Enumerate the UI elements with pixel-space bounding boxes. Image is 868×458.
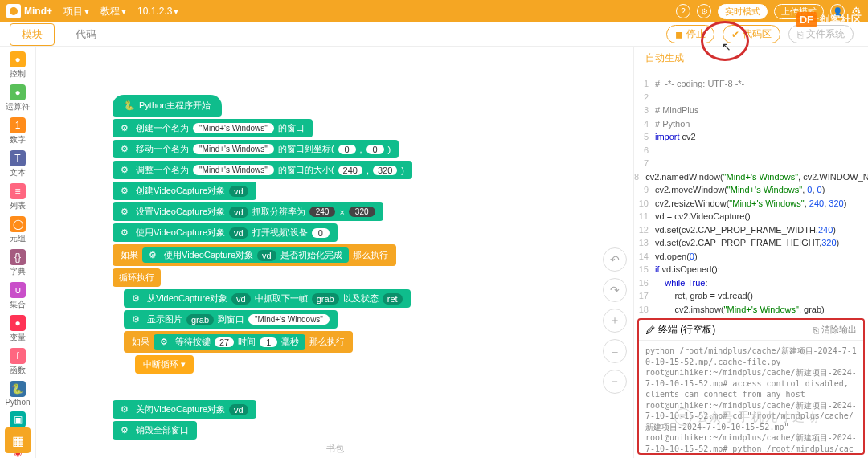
backpack-label[interactable]: 书包: [326, 443, 344, 455]
corner-brand-text: 创客社区: [820, 13, 862, 27]
palette-列表[interactable]: ≡列表: [10, 182, 26, 213]
palette-文本[interactable]: T文本: [10, 149, 26, 180]
blk-create-window[interactable]: 创建一个名为"Mind+'s Windows"的窗口: [113, 119, 313, 137]
logo: Mind+: [6, 4, 52, 18]
blk-break[interactable]: 中断循环 ▾: [135, 355, 194, 374]
palette-Python[interactable]: 🐍Python: [5, 379, 30, 408]
code-line: 14vd.open(0): [634, 250, 868, 264]
terminal-panel: 🖉 终端 (行空板) ⎘ 清除输出 python /root/mindplus/…: [637, 318, 865, 455]
zoom-out-button[interactable]: －: [603, 370, 627, 394]
cursor-icon: ↖: [722, 40, 731, 53]
undo-button[interactable]: ↶: [603, 247, 627, 272]
toolbar: 模块 代码 ◼ 停止 ✔ 代码区 ⎘ 文件系统 ↖: [0, 22, 868, 47]
zoom-in-button[interactable]: ＋: [603, 309, 627, 333]
block-stack[interactable]: 🐍 Python主程序开始 创建一个名为"Mind+'s Windows"的窗口…: [113, 95, 412, 442]
code-line: 5import cv2: [634, 130, 868, 144]
blk-close-capture[interactable]: 关闭VideoCapture对象vd: [113, 400, 256, 419]
block-palette: ●控制●运算符1数字T文本≡列表◯元组{}字典∪集合●变量f函数🐍Python▣…: [0, 47, 36, 458]
blk-move-window[interactable]: 移动一个名为"Mind+'s Windows"的窗口到坐标(0,0): [113, 140, 399, 158]
palette-数字[interactable]: 1数字: [10, 116, 26, 147]
tab-code[interactable]: 代码: [64, 24, 108, 45]
blk-read-frame[interactable]: 从VideoCapture对象vd中抓取下一帧grab以及状态ret: [124, 289, 411, 308]
code-line: 13vd.set(cv2.CAP_PROP_FRAME_HEIGHT,320): [634, 236, 868, 250]
terminal-header: 🖉 终端 (行空板) ⎘ 清除输出: [639, 320, 863, 341]
zoom-reset-button[interactable]: ＝: [603, 339, 627, 363]
blk-destroy-windows[interactable]: 销毁全部窗口: [113, 421, 197, 440]
code-line: 4# Python: [634, 117, 868, 131]
terminal-icon: 🖉: [645, 325, 655, 336]
stop-button[interactable]: ◼ 停止: [666, 25, 714, 43]
palette-元组[interactable]: ◯元组: [10, 215, 26, 246]
watermark-text: 手机九寸之物: [738, 410, 820, 425]
redo-button[interactable]: ↷: [603, 278, 627, 302]
help-icon[interactable]: ?: [676, 4, 690, 18]
top-bar: Mind+ 项目▾ 教程▾ 10.1.2.3▾ ? ⚙ 实时模式 上传模式 👤 …: [0, 0, 868, 22]
clear-output-button[interactable]: ⎘ 清除输出: [813, 324, 857, 336]
block-canvas[interactable]: 🐍 Python主程序开始 创建一个名为"Mind+'s Windows"的窗口…: [36, 47, 633, 458]
blk-show-image[interactable]: 显示图片grab到窗口"Mind+'s Windows": [124, 310, 338, 329]
palette-集合[interactable]: ∪集合: [10, 280, 26, 312]
code-line: 8cv2.namedWindow("Mind+'s Windows", cv2.…: [634, 170, 868, 184]
menu-tutorial[interactable]: 教程: [100, 5, 120, 18]
code-line: 7: [634, 157, 868, 170]
code-tabs: 自动生成: [634, 47, 868, 72]
brand-text: Mind+: [24, 6, 52, 17]
blk-open-device[interactable]: 使用VideoCapture对象vd打开视频\设备0: [113, 223, 338, 242]
palette-控制[interactable]: ●控制: [10, 50, 26, 81]
code-line: 1# -*- coding: UTF-8 -*-: [634, 77, 868, 91]
settings-icon[interactable]: ⚙: [697, 4, 711, 18]
palette-运算符[interactable]: ●运算符: [6, 83, 30, 114]
hat-block[interactable]: 🐍 Python主程序开始: [113, 95, 222, 117]
code-line: 6: [634, 144, 868, 157]
code-line: 2: [634, 91, 868, 104]
logo-icon: [6, 4, 21, 18]
canvas-tools: ↶ ↷ ＋ ＝ －: [603, 247, 627, 394]
code-line: 12vd.set(cv2.CAP_PROP_FRAME_WIDTH,240): [634, 223, 868, 237]
blk-if-key[interactable]: 如果 等待按键27时间1毫秒 那么执行: [124, 331, 353, 353]
main: ●控制●运算符1数字T文本≡列表◯元组{}字典∪集合●变量f函数🐍Python▣…: [0, 47, 868, 458]
mode-realtime[interactable]: 实时模式: [718, 4, 768, 19]
codearea-label: 代码区: [743, 27, 772, 41]
code-viewer[interactable]: 1# -*- coding: UTF-8 -*-23# MindPlus4# P…: [634, 72, 868, 315]
tab-blocks[interactable]: 模块: [10, 23, 55, 46]
palette-变量[interactable]: ●变量: [10, 313, 26, 345]
code-line: 11vd = cv2.VideoCapture(): [634, 210, 868, 223]
blk-loop-label[interactable]: 循环执行: [113, 268, 161, 287]
stop-label: 停止: [686, 27, 706, 41]
code-line: 17 ret, grab = vd.read(): [634, 289, 868, 303]
blk-set-resolution[interactable]: 设置VideoCapture对象vd抓取分辨率为240×320: [113, 202, 383, 221]
watermark: ✉ 公众号 手机九寸之物: [674, 408, 820, 426]
extensions-button[interactable]: ▦: [5, 427, 31, 453]
df-badge: DF: [796, 12, 817, 27]
filesystem-button[interactable]: ⎘ 文件系统: [788, 25, 854, 43]
ip-address[interactable]: 10.1.2.3: [137, 6, 172, 17]
watermark-prefix: 公众号: [697, 410, 733, 425]
code-line: 3# MindPlus: [634, 104, 868, 117]
terminal-output[interactable]: python /root/mindplus/cache/新建项目-2024-7-…: [639, 341, 863, 453]
blk-if[interactable]: 如果 使用VideoCapture对象vd是否初始化完成 那么执行: [113, 244, 396, 266]
blk-create-capture[interactable]: 创建VideoCapture对象vd: [113, 182, 256, 200]
code-line: 16 while True:: [634, 276, 868, 290]
right-pane: 自动生成 1# -*- coding: UTF-8 -*-23# MindPlu…: [633, 47, 868, 458]
palette-函数[interactable]: f函数: [10, 346, 26, 378]
palette-字典[interactable]: {}字典: [10, 247, 26, 279]
code-line: 15if vd.isOpened():: [634, 263, 868, 276]
filesystem-label: 文件系统: [806, 27, 845, 41]
blk-resize-window[interactable]: 调整一个名为"Mind+'s Windows"的窗口的大小(240,320): [113, 161, 412, 179]
menu-project[interactable]: 项目: [63, 5, 83, 18]
code-line: 18 cv2.imshow("Mind+'s Windows", grab): [634, 303, 868, 316]
code-line: 10cv2.resizeWindow("Mind+'s Windows", 24…: [634, 197, 868, 211]
corner-brand: DF 创客社区: [796, 12, 862, 27]
terminal-title: 终端 (行空板): [658, 323, 715, 337]
code-line: 9cv2.moveWindow("Mind+'s Windows", 0, 0): [634, 183, 868, 197]
wechat-icon: ✉: [674, 408, 692, 426]
tab-autogen[interactable]: 自动生成: [634, 47, 695, 72]
